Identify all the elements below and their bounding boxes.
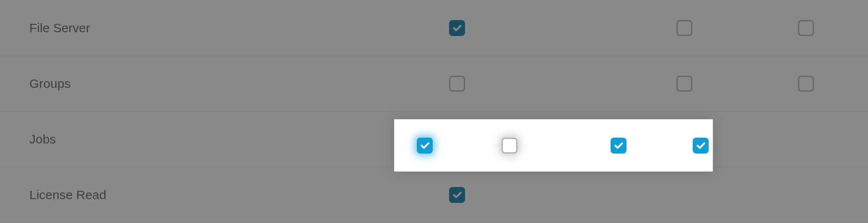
table-row: Groups <box>0 56 868 112</box>
checkbox-file-server-col1[interactable] <box>449 20 465 36</box>
checkbox-cell <box>624 20 744 36</box>
checkbox-file-server-col4[interactable] <box>798 20 814 36</box>
check-icon <box>452 190 463 200</box>
checkbox-cell <box>409 20 504 36</box>
checkbox-cell <box>744 76 868 92</box>
checkbox-cell <box>564 138 673 154</box>
table-row: File Server <box>0 0 868 56</box>
checkbox-cell <box>409 187 504 203</box>
permissions-table: File Server Groups Jobs <box>0 0 868 223</box>
check-icon <box>419 140 430 151</box>
check-icon <box>613 140 624 151</box>
permission-label: Groups <box>29 77 409 91</box>
checkbox-jobs-col3[interactable] <box>611 138 626 154</box>
permission-label: Jobs <box>29 132 409 146</box>
check-icon <box>695 140 706 151</box>
checkbox-cell <box>624 76 744 92</box>
checkbox-cell <box>673 138 713 154</box>
checkbox-jobs-col4[interactable] <box>693 138 709 154</box>
checkbox-cell <box>409 76 504 92</box>
checkbox-cell <box>394 138 455 154</box>
checkbox-file-server-col3[interactable] <box>676 20 692 36</box>
checkbox-cell <box>455 138 564 154</box>
checkbox-groups-col4[interactable] <box>798 76 814 92</box>
table-row: License Read <box>0 167 868 223</box>
checkbox-groups-col1[interactable] <box>449 76 465 92</box>
check-icon <box>452 23 463 33</box>
checkbox-jobs-col2[interactable] <box>502 138 517 154</box>
checkbox-groups-col3[interactable] <box>676 76 692 92</box>
checkbox-license-read-col1[interactable] <box>449 187 465 203</box>
highlighted-jobs-checkboxes <box>394 119 713 172</box>
permission-label: License Read <box>29 188 409 202</box>
checkbox-cell <box>744 20 868 36</box>
checkbox-jobs-col1[interactable] <box>417 138 433 154</box>
permission-label: File Server <box>29 21 409 35</box>
